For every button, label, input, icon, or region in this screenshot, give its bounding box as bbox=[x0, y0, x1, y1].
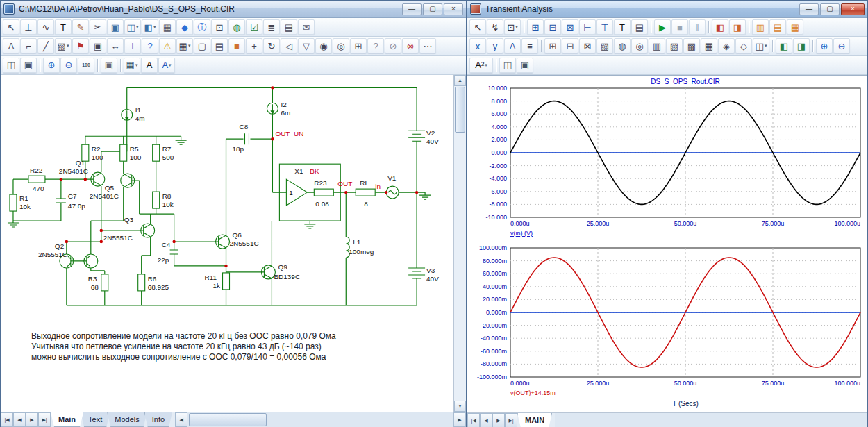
tab-text[interactable]: Text bbox=[81, 412, 110, 427]
minimize-button[interactable]: — bbox=[402, 3, 422, 15]
flag-mode-icon[interactable]: ⚑ bbox=[72, 38, 89, 53]
restore-scale-icon[interactable]: ≡ bbox=[521, 38, 538, 53]
data-points-icon[interactable]: ◈ bbox=[718, 38, 735, 53]
flip-y-icon[interactable]: ▽ bbox=[298, 38, 315, 53]
resistor-R6[interactable] bbox=[138, 274, 145, 291]
tab-models[interactable]: Models bbox=[107, 412, 147, 427]
tab-main[interactable]: Main bbox=[51, 412, 83, 427]
probe-icon[interactable]: ↯ bbox=[487, 19, 503, 35]
current-source-I2[interactable] bbox=[267, 103, 278, 115]
diagonal-wire-mode-icon[interactable]: ╱ bbox=[37, 38, 54, 53]
help-ball-icon[interactable]: ? bbox=[367, 38, 384, 53]
properties-icon[interactable]: ▤ bbox=[631, 19, 648, 35]
tile-horizontal-icon[interactable]: ▤ bbox=[769, 19, 786, 35]
pause-icon[interactable]: ‖ bbox=[689, 19, 706, 35]
vertical-scrollbar[interactable]: ▲ ▼ bbox=[453, 75, 466, 412]
resistor-R3[interactable] bbox=[101, 274, 108, 291]
maximize-button[interactable]: ▢ bbox=[820, 3, 840, 15]
current-source-I1[interactable] bbox=[122, 109, 133, 121]
ground-part-icon[interactable]: ⊥ bbox=[20, 19, 37, 35]
shape-select-icon[interactable]: ◧▾ bbox=[142, 19, 158, 35]
split-horizontal-icon[interactable]: ◧ bbox=[776, 38, 792, 53]
scale-y-icon[interactable]: y bbox=[487, 38, 503, 53]
paste-icon[interactable]: ▣ bbox=[517, 58, 533, 73]
check-list-icon[interactable]: ☑ bbox=[246, 19, 262, 35]
report-page-icon[interactable]: ▤ bbox=[281, 19, 297, 35]
color-swatch-icon[interactable]: ■ bbox=[228, 38, 245, 53]
scale-mode-icon[interactable]: ↔ bbox=[107, 38, 124, 53]
hscrollbar-track[interactable] bbox=[187, 412, 453, 427]
battery-V2[interactable] bbox=[408, 131, 425, 141]
3d-plot-icon[interactable]: ▦ bbox=[701, 38, 717, 53]
select-cursor-icon[interactable]: ↖ bbox=[3, 19, 19, 35]
flip-x-icon[interactable]: ◁ bbox=[281, 38, 297, 53]
world-green-icon[interactable]: ◍ bbox=[228, 19, 245, 35]
no-entry-icon[interactable]: ⊘ bbox=[385, 38, 401, 53]
resistor-R5[interactable] bbox=[120, 144, 127, 161]
paste-page-icon[interactable]: ▣ bbox=[20, 58, 37, 73]
stop-icon[interactable]: ■ bbox=[671, 19, 688, 35]
linear-scale-icon[interactable]: ⊞ bbox=[544, 38, 561, 53]
split-vertical-icon[interactable]: ◨ bbox=[793, 38, 810, 53]
minimize-button[interactable]: — bbox=[799, 3, 819, 15]
log-y-icon[interactable]: ⊠ bbox=[579, 38, 596, 53]
resistor-R7[interactable] bbox=[153, 144, 160, 161]
close-button[interactable]: × bbox=[444, 3, 463, 15]
scroll-up-button[interactable]: ▲ bbox=[454, 75, 466, 86]
warning-check-icon[interactable]: ⚠ bbox=[159, 38, 176, 53]
last-sheet-button[interactable]: ▶| bbox=[38, 412, 51, 427]
font-icon[interactable]: A bbox=[141, 58, 158, 73]
monte-carlo-icon[interactable]: ▨ bbox=[666, 38, 683, 53]
resistor-RL[interactable] bbox=[356, 189, 375, 196]
last-page-button[interactable]: ▶| bbox=[505, 413, 517, 427]
resistor-R23[interactable] bbox=[314, 189, 333, 196]
tag-horizontal-icon[interactable]: ⊢ bbox=[579, 19, 596, 35]
scale-plot-icon[interactable]: ⊟ bbox=[544, 19, 561, 35]
token-markers-icon[interactable]: ◇ bbox=[735, 38, 752, 53]
scale-x-icon[interactable]: x bbox=[469, 38, 486, 53]
camera-icon[interactable]: ▣ bbox=[101, 58, 117, 73]
resistor-R22[interactable] bbox=[28, 176, 45, 183]
tab-info[interactable]: Info bbox=[144, 412, 172, 427]
picture-icon[interactable]: ▣ bbox=[107, 19, 124, 35]
draw-pencil-icon[interactable]: ✎ bbox=[72, 19, 89, 35]
component-select-icon[interactable]: ◫▾ bbox=[124, 19, 141, 35]
find-icon[interactable]: ◉ bbox=[315, 38, 332, 53]
schematic-titlebar[interactable]: C:\MC12\DATA\Petrov\Huan_Pablo\DS_S_OPS_… bbox=[1, 1, 466, 18]
tag-vertical-icon[interactable]: ⊤ bbox=[596, 19, 613, 35]
waveform-probe-icon[interactable]: ◨ bbox=[729, 19, 746, 35]
title-block-icon[interactable]: ▤ bbox=[211, 38, 228, 53]
fft-icon[interactable]: ▧ bbox=[596, 38, 613, 53]
analysis-limits-icon[interactable]: ◧ bbox=[712, 19, 728, 35]
copy-page-icon[interactable]: ◫ bbox=[3, 58, 19, 73]
zoom-out-icon[interactable]: ⊖ bbox=[60, 58, 77, 73]
brush-blue-icon[interactable]: ◆ bbox=[176, 19, 193, 35]
transient-titlebar[interactable]: Transient Analysis — ▢ × bbox=[467, 1, 867, 18]
cursor-mode-icon[interactable]: ⊠ bbox=[562, 19, 578, 35]
run-icon[interactable]: ▶ bbox=[654, 19, 671, 35]
close-button[interactable]: × bbox=[841, 3, 865, 15]
rotate-icon[interactable]: ↻ bbox=[263, 38, 280, 53]
zoom-100-icon[interactable]: 100 bbox=[78, 58, 94, 73]
histogram-icon[interactable]: ▥ bbox=[649, 38, 665, 53]
add-plot-icon[interactable]: ⊞ bbox=[527, 19, 544, 35]
maximize-button[interactable]: ▢ bbox=[423, 3, 442, 15]
scissors-icon[interactable]: ✂ bbox=[90, 19, 106, 35]
scroll-right-button[interactable]: ▶ bbox=[453, 412, 466, 427]
select-cursor-icon[interactable]: ↖ bbox=[469, 19, 486, 35]
tile-vertical-icon[interactable]: ▥ bbox=[752, 19, 769, 35]
schematic-canvas[interactable]: I1 4m I2 6m Q1 2N5401C Q5 2N5401C Q2 2N5… bbox=[1, 75, 453, 412]
grid-toggle-icon[interactable]: ▦▾ bbox=[176, 38, 193, 53]
region-select-icon[interactable]: ⊡▾ bbox=[504, 19, 521, 35]
find-next-icon[interactable]: ◎ bbox=[333, 38, 349, 53]
info-mode-icon[interactable]: i bbox=[124, 38, 141, 53]
transient-plot-vout[interactable]: 100.000m80.000m60.000m40.000m20.000m0.00… bbox=[467, 244, 867, 415]
polar-icon[interactable]: ◎ bbox=[631, 38, 648, 53]
resistor-R8[interactable] bbox=[153, 192, 160, 208]
next-page-button[interactable]: ▶ bbox=[492, 413, 505, 427]
page-list-icon[interactable]: ◫▾ bbox=[753, 38, 769, 53]
transient-plot-vin[interactable]: 10.0008.0006.0004.0002.0000.000-2.000-4.… bbox=[467, 76, 867, 241]
font-color-icon[interactable]: A▾ bbox=[158, 58, 175, 73]
capacitor-C8[interactable] bbox=[244, 133, 249, 144]
part-matrix-icon[interactable]: ▦ bbox=[159, 19, 176, 35]
